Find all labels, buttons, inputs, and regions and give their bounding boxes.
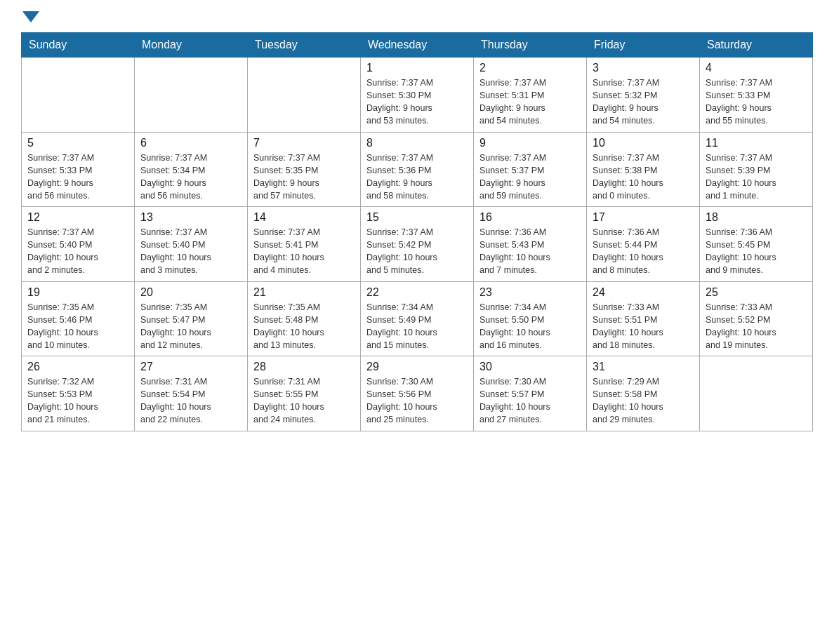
calendar-week-row: 12Sunrise: 7:37 AMSunset: 5:40 PMDayligh… — [22, 207, 813, 282]
col-tuesday: Tuesday — [248, 33, 361, 58]
day-info: Sunrise: 7:37 AMSunset: 5:30 PMDaylight:… — [366, 76, 468, 128]
logo — [21, 14, 39, 25]
day-info: Sunrise: 7:37 AMSunset: 5:36 PMDaylight:… — [366, 152, 468, 203]
table-row: 7Sunrise: 7:37 AMSunset: 5:35 PMDaylight… — [248, 132, 361, 207]
table-row: 13Sunrise: 7:37 AMSunset: 5:40 PMDayligh… — [135, 207, 248, 282]
table-row: 17Sunrise: 7:36 AMSunset: 5:44 PMDayligh… — [587, 207, 700, 282]
table-row: 20Sunrise: 7:35 AMSunset: 5:47 PMDayligh… — [135, 281, 248, 356]
calendar-header-row: Sunday Monday Tuesday Wednesday Thursday… — [22, 33, 813, 58]
day-info: Sunrise: 7:33 AMSunset: 5:51 PMDaylight:… — [593, 301, 694, 352]
table-row — [135, 58, 248, 133]
day-number: 15 — [366, 211, 468, 224]
day-info: Sunrise: 7:36 AMSunset: 5:44 PMDaylight:… — [593, 226, 694, 277]
calendar-week-row: 5Sunrise: 7:37 AMSunset: 5:33 PMDaylight… — [22, 132, 813, 207]
page-header — [21, 14, 813, 25]
table-row: 10Sunrise: 7:37 AMSunset: 5:38 PMDayligh… — [587, 132, 700, 207]
calendar-week-row: 26Sunrise: 7:32 AMSunset: 5:53 PMDayligh… — [22, 356, 813, 431]
day-number: 29 — [366, 361, 468, 373]
logo-arrow-icon — [22, 11, 39, 22]
day-number: 6 — [140, 137, 241, 149]
day-number: 27 — [140, 361, 241, 373]
table-row: 25Sunrise: 7:33 AMSunset: 5:52 PMDayligh… — [700, 281, 813, 356]
day-info: Sunrise: 7:37 AMSunset: 5:40 PMDaylight:… — [27, 226, 128, 277]
table-row: 21Sunrise: 7:35 AMSunset: 5:48 PMDayligh… — [248, 281, 361, 356]
day-info: Sunrise: 7:37 AMSunset: 5:38 PMDaylight:… — [593, 152, 694, 203]
table-row: 18Sunrise: 7:36 AMSunset: 5:45 PMDayligh… — [700, 207, 813, 282]
day-info: Sunrise: 7:37 AMSunset: 5:33 PMDaylight:… — [27, 152, 128, 203]
table-row: 5Sunrise: 7:37 AMSunset: 5:33 PMDaylight… — [22, 132, 135, 207]
day-info: Sunrise: 7:35 AMSunset: 5:47 PMDaylight:… — [140, 301, 241, 352]
day-number: 5 — [27, 137, 128, 149]
table-row: 23Sunrise: 7:34 AMSunset: 5:50 PMDayligh… — [474, 281, 587, 356]
day-number: 26 — [27, 361, 128, 373]
day-info: Sunrise: 7:37 AMSunset: 5:37 PMDaylight:… — [479, 152, 581, 203]
table-row: 26Sunrise: 7:32 AMSunset: 5:53 PMDayligh… — [22, 356, 135, 431]
day-number: 31 — [593, 361, 694, 373]
day-info: Sunrise: 7:32 AMSunset: 5:53 PMDaylight:… — [27, 375, 128, 427]
day-info: Sunrise: 7:35 AMSunset: 5:46 PMDaylight:… — [27, 301, 128, 352]
day-number: 12 — [27, 211, 128, 224]
day-info: Sunrise: 7:34 AMSunset: 5:49 PMDaylight:… — [366, 301, 468, 352]
day-number: 25 — [706, 286, 807, 299]
day-info: Sunrise: 7:31 AMSunset: 5:54 PMDaylight:… — [140, 375, 241, 427]
day-info: Sunrise: 7:30 AMSunset: 5:56 PMDaylight:… — [366, 375, 468, 427]
day-info: Sunrise: 7:36 AMSunset: 5:45 PMDaylight:… — [706, 226, 807, 277]
table-row: 4Sunrise: 7:37 AMSunset: 5:33 PMDaylight… — [700, 58, 813, 133]
day-number: 2 — [479, 62, 581, 74]
day-number: 19 — [27, 286, 128, 299]
day-info: Sunrise: 7:30 AMSunset: 5:57 PMDaylight:… — [479, 375, 581, 427]
day-number: 16 — [479, 211, 581, 224]
day-info: Sunrise: 7:36 AMSunset: 5:43 PMDaylight:… — [479, 226, 581, 277]
table-row: 1Sunrise: 7:37 AMSunset: 5:30 PMDaylight… — [361, 58, 474, 133]
day-info: Sunrise: 7:37 AMSunset: 5:31 PMDaylight:… — [479, 76, 581, 128]
day-number: 3 — [593, 62, 694, 74]
day-number: 8 — [366, 137, 468, 149]
day-info: Sunrise: 7:34 AMSunset: 5:50 PMDaylight:… — [479, 301, 581, 352]
table-row: 6Sunrise: 7:37 AMSunset: 5:34 PMDaylight… — [135, 132, 248, 207]
table-row — [248, 58, 361, 133]
day-info: Sunrise: 7:37 AMSunset: 5:34 PMDaylight:… — [140, 152, 241, 203]
table-row: 19Sunrise: 7:35 AMSunset: 5:46 PMDayligh… — [22, 281, 135, 356]
table-row: 15Sunrise: 7:37 AMSunset: 5:42 PMDayligh… — [361, 207, 474, 282]
day-number: 30 — [479, 361, 581, 373]
day-number: 18 — [706, 211, 807, 224]
col-monday: Monday — [135, 33, 248, 58]
day-info: Sunrise: 7:29 AMSunset: 5:58 PMDaylight:… — [593, 375, 694, 427]
day-number: 13 — [140, 211, 241, 224]
calendar-table: Sunday Monday Tuesday Wednesday Thursday… — [21, 32, 813, 431]
day-number: 23 — [479, 286, 581, 299]
table-row: 31Sunrise: 7:29 AMSunset: 5:58 PMDayligh… — [587, 356, 700, 431]
day-info: Sunrise: 7:35 AMSunset: 5:48 PMDaylight:… — [253, 301, 355, 352]
day-info: Sunrise: 7:37 AMSunset: 5:39 PMDaylight:… — [706, 152, 807, 203]
day-info: Sunrise: 7:37 AMSunset: 5:32 PMDaylight:… — [593, 76, 694, 128]
day-info: Sunrise: 7:37 AMSunset: 5:33 PMDaylight:… — [706, 76, 807, 128]
table-row: 28Sunrise: 7:31 AMSunset: 5:55 PMDayligh… — [248, 356, 361, 431]
table-row: 27Sunrise: 7:31 AMSunset: 5:54 PMDayligh… — [135, 356, 248, 431]
table-row: 2Sunrise: 7:37 AMSunset: 5:31 PMDaylight… — [474, 58, 587, 133]
table-row: 8Sunrise: 7:37 AMSunset: 5:36 PMDaylight… — [361, 132, 474, 207]
day-number: 17 — [593, 211, 694, 224]
day-number: 28 — [253, 361, 355, 373]
day-number: 4 — [706, 62, 807, 74]
calendar-week-row: 19Sunrise: 7:35 AMSunset: 5:46 PMDayligh… — [22, 281, 813, 356]
day-info: Sunrise: 7:37 AMSunset: 5:40 PMDaylight:… — [140, 226, 241, 277]
day-info: Sunrise: 7:37 AMSunset: 5:42 PMDaylight:… — [366, 226, 468, 277]
table-row: 24Sunrise: 7:33 AMSunset: 5:51 PMDayligh… — [587, 281, 700, 356]
table-row: 16Sunrise: 7:36 AMSunset: 5:43 PMDayligh… — [474, 207, 587, 282]
col-sunday: Sunday — [22, 33, 135, 58]
day-number: 1 — [366, 62, 468, 74]
day-number: 22 — [366, 286, 468, 299]
day-number: 24 — [593, 286, 694, 299]
day-number: 7 — [253, 137, 355, 149]
day-info: Sunrise: 7:37 AMSunset: 5:41 PMDaylight:… — [253, 226, 355, 277]
table-row: 9Sunrise: 7:37 AMSunset: 5:37 PMDaylight… — [474, 132, 587, 207]
calendar-week-row: 1Sunrise: 7:37 AMSunset: 5:30 PMDaylight… — [22, 58, 813, 133]
col-friday: Friday — [587, 33, 700, 58]
table-row: 30Sunrise: 7:30 AMSunset: 5:57 PMDayligh… — [474, 356, 587, 431]
col-wednesday: Wednesday — [361, 33, 474, 58]
day-number: 9 — [479, 137, 581, 149]
day-number: 21 — [253, 286, 355, 299]
table-row: 22Sunrise: 7:34 AMSunset: 5:49 PMDayligh… — [361, 281, 474, 356]
table-row — [22, 58, 135, 133]
table-row: 12Sunrise: 7:37 AMSunset: 5:40 PMDayligh… — [22, 207, 135, 282]
